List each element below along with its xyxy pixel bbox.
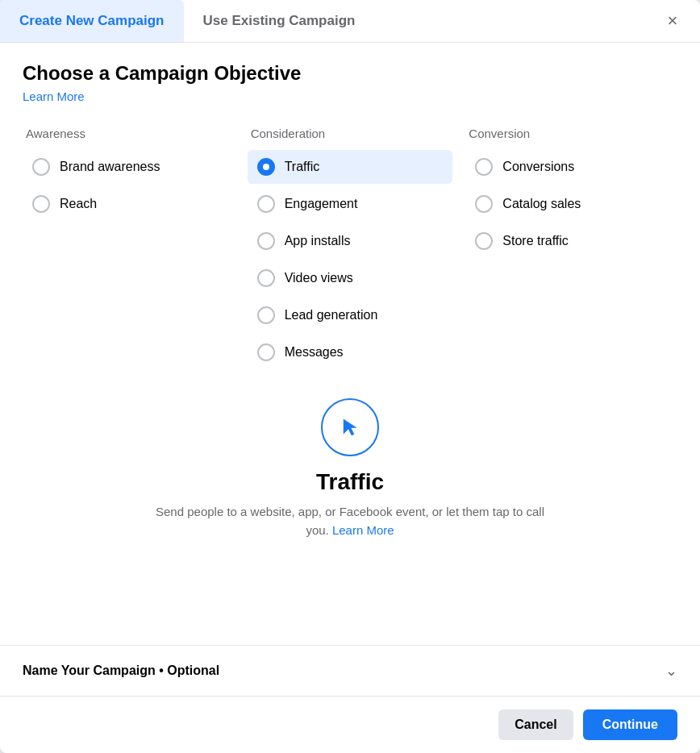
continue-button[interactable]: Continue [583,709,677,740]
radio-traffic[interactable] [257,158,275,176]
label-store-traffic: Store traffic [502,234,569,248]
radio-lead-generation[interactable] [257,306,275,324]
conversion-header: Conversion [465,127,677,140]
radio-store-traffic[interactable] [475,232,493,250]
learn-more-link[interactable]: Learn More [23,89,85,103]
preview-title: Traffic [316,469,384,495]
label-video-views: Video views [285,271,353,285]
radio-engagement[interactable] [257,195,275,213]
objective-catalog-sales[interactable]: Catalog sales [465,187,677,221]
modal-footer: Cancel Continue [0,696,700,753]
modal-title: Choose a Campaign Objective [23,62,677,85]
objective-conversions[interactable]: Conversions [465,150,677,184]
preview-learn-more-link[interactable]: Learn More [332,523,394,537]
radio-catalog-sales[interactable] [475,195,493,213]
modal-header: Create New Campaign Use Existing Campaig… [0,0,700,43]
traffic-icon [321,398,379,456]
objective-messages[interactable]: Messages [248,335,453,369]
radio-video-views[interactable] [257,269,275,287]
chevron-down-icon: ⌄ [665,662,677,680]
objective-app-installs[interactable]: App installs [248,224,453,258]
objective-traffic[interactable]: Traffic [248,150,453,184]
preview-section: Traffic Send people to a website, app, o… [23,372,677,559]
radio-app-installs[interactable] [257,232,275,250]
objective-video-views[interactable]: Video views [248,261,453,295]
name-campaign-section[interactable]: Name Your Campaign • Optional ⌄ [0,645,700,696]
objective-brand-awareness[interactable]: Brand awareness [23,150,235,184]
close-button[interactable]: × [658,6,687,35]
label-lead-generation: Lead generation [285,308,378,322]
tab-use-existing[interactable]: Use Existing Campaign [184,0,375,42]
consideration-header: Consideration [248,127,453,140]
label-traffic: Traffic [285,160,320,174]
radio-reach[interactable] [32,195,50,213]
preview-description: Send people to a website, app, or Facebo… [148,503,552,539]
label-messages: Messages [285,345,344,360]
label-reach: Reach [60,197,97,211]
label-conversions: Conversions [502,160,574,174]
radio-messages[interactable] [257,343,275,361]
awareness-header: Awareness [23,127,235,140]
objective-engagement[interactable]: Engagement [248,187,453,221]
radio-brand-awareness[interactable] [32,158,50,176]
label-engagement: Engagement [285,197,358,211]
label-catalog-sales: Catalog sales [502,197,581,211]
radio-conversions[interactable] [475,158,493,176]
consideration-column: Consideration Traffic Engagement App ins… [241,127,460,372]
objective-lead-generation[interactable]: Lead generation [248,298,453,332]
objective-store-traffic[interactable]: Store traffic [465,224,677,258]
label-brand-awareness: Brand awareness [60,160,160,174]
tab-create-new[interactable]: Create New Campaign [0,0,184,42]
campaign-modal: Create New Campaign Use Existing Campaig… [0,0,700,753]
modal-body: Choose a Campaign Objective Learn More A… [0,43,700,645]
cancel-button[interactable]: Cancel [498,709,573,740]
label-app-installs: App installs [285,234,351,248]
objectives-grid: Awareness Brand awareness Reach Consider… [23,127,677,372]
conversion-column: Conversion Conversions Catalog sales Sto… [459,127,677,372]
name-campaign-label: Name Your Campaign • Optional [23,664,219,678]
awareness-column: Awareness Brand awareness Reach [23,127,241,372]
objective-reach[interactable]: Reach [23,187,235,221]
